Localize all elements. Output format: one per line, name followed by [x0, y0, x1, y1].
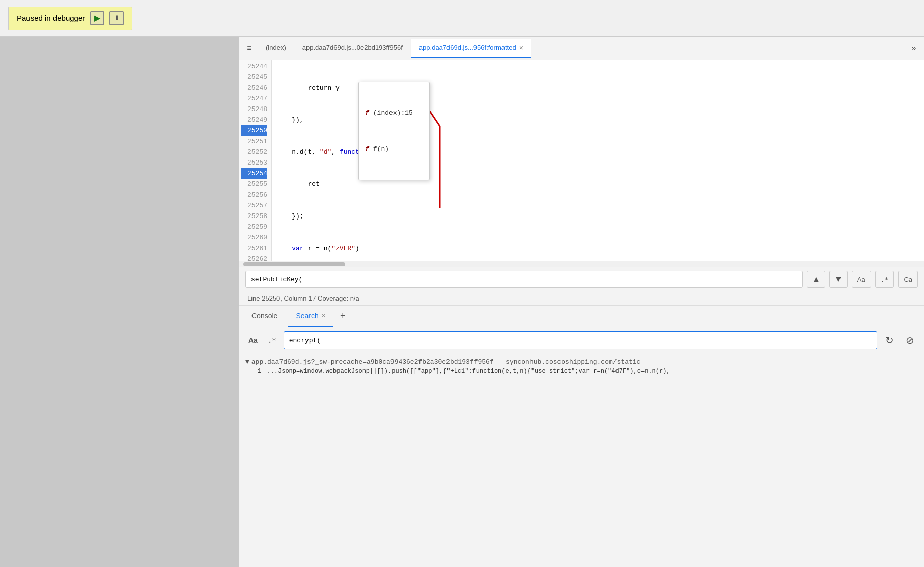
line-num: 25246 [241, 83, 267, 93]
resume-button[interactable]: ▶ [90, 11, 104, 25]
line-num: 25251 [241, 136, 267, 147]
refresh-icon[interactable]: ↻ [881, 332, 898, 348]
line-num-highlighted: 25250 [241, 125, 267, 136]
line-num: 25247 [241, 93, 267, 104]
console-tab[interactable]: Console [243, 306, 286, 327]
line-num: 25255 [241, 179, 267, 190]
line-num: 25259 [241, 222, 267, 232]
status-bar: Line 25250, Column 17 Coverage: n/a [239, 291, 924, 306]
search-tab-close[interactable]: × [322, 312, 326, 319]
scrollbar-thumb[interactable] [243, 262, 345, 266]
cancel-search-button[interactable]: Ca [898, 271, 918, 288]
line-numbers: 25244 25245 25246 25247 25248 25249 2525… [239, 60, 272, 261]
code-line: var r = n("zVER") [276, 243, 920, 254]
paused-label: Paused in debugger [17, 14, 85, 22]
result-file: ▼ app.daa7d69d.js?_sw-precache=a9b0ca994… [245, 357, 918, 367]
code-content: 25244 25245 25246 25247 25248 25249 2525… [239, 60, 924, 261]
line-num: 25252 [241, 147, 267, 157]
line-num: 25256 [241, 190, 267, 200]
top-bar: Paused in debugger ▶ ⬇ [0, 0, 924, 37]
line-num: 25258 [241, 211, 267, 222]
case-sensitive-label[interactable]: Aa [245, 334, 261, 346]
code-scrollbar[interactable] [239, 261, 924, 267]
autocomplete-tooltip: f (index):15 f f(n) [358, 82, 430, 180]
devtools-panel: Elements Console Application Network Sou… [239, 0, 924, 567]
search-prev-button[interactable]: ▲ [807, 271, 825, 288]
line-num: 25248 [241, 104, 267, 115]
search-section: Aa .* ↻ ⊘ [239, 327, 924, 354]
line-num: 25253 [241, 157, 267, 168]
quick-search-input[interactable] [245, 271, 803, 288]
case-sensitive-button[interactable]: Aa [852, 271, 871, 288]
results-area: ▼ app.daa7d69d.js?_sw-precache=a9b0ca994… [239, 354, 924, 567]
file-tab-close-icon[interactable]: × [519, 44, 523, 52]
line-num: 25249 [241, 115, 267, 125]
code-area: 25244 25245 25246 25247 25248 25249 2525… [239, 60, 924, 267]
bottom-tabs: Console Search × + [239, 306, 924, 327]
quick-search-bar: ▲ ▼ Aa .* Ca [239, 267, 924, 291]
result-match: 1 ...Jsonp=window.webpackJsonp||[]).push… [245, 367, 918, 376]
line-num: 25257 [241, 200, 267, 211]
code-line: ret [276, 179, 920, 190]
file-tabs-overflow[interactable]: » [906, 40, 922, 57]
tooltip-item-1[interactable]: f (index):15 [359, 105, 429, 120]
line-num: 25260 [241, 232, 267, 243]
regex-label[interactable]: .* [265, 334, 279, 346]
regex-button[interactable]: .* [875, 271, 894, 288]
file-nav-icon[interactable]: ≡ [241, 40, 258, 57]
code-lines: return y }), n.d(t, "d", function() { re… [272, 60, 924, 261]
search-next-button[interactable]: ▼ [829, 271, 848, 288]
line-num: 25245 [241, 72, 267, 83]
file-tab-app-formatted[interactable]: app.daa7d69d.js...956f:formatted × [411, 39, 531, 58]
file-tabs: ≡ (index) app.daa7d69d.js...0e2bd193ff95… [239, 37, 924, 60]
search-input[interactable] [284, 331, 877, 349]
code-line: }); [276, 211, 920, 222]
paused-debugger-badge: Paused in debugger ▶ ⬇ [8, 7, 132, 30]
search-tab[interactable]: Search × [288, 306, 333, 327]
line-num: 25261 [241, 243, 267, 254]
step-button[interactable]: ⬇ [109, 11, 124, 25]
line-num-highlighted2: 25254 [241, 168, 267, 179]
left-panel [0, 0, 239, 567]
file-tab-index[interactable]: (index) [258, 39, 294, 58]
add-bottom-tab[interactable]: + [335, 309, 350, 323]
line-num: 25244 [241, 61, 267, 72]
file-tab-app-minified[interactable]: app.daa7d69d.js...0e2bd193ff956f [294, 39, 411, 58]
line-num: 25262 [241, 254, 267, 261]
clear-icon[interactable]: ⊘ [902, 332, 918, 348]
tooltip-item-2[interactable]: f f(n) [359, 142, 429, 156]
